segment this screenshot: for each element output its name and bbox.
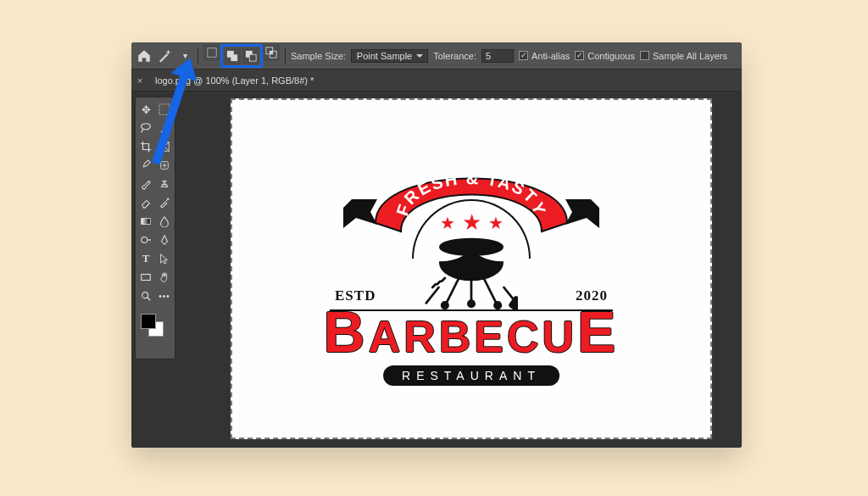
svg-point-17 [440, 239, 502, 254]
tutorial-highlight [220, 44, 263, 68]
tolerance-label: Tolerance: [433, 51, 476, 61]
brush-tool-icon[interactable] [138, 176, 153, 192]
svg-rect-21 [509, 297, 518, 309]
canvas-area: FRESH & TASTY ★★★ [175, 92, 742, 448]
svg-point-15 [142, 293, 148, 298]
contiguous-checkbox[interactable]: Contiguous [575, 51, 635, 61]
magic-wand-tool-icon[interactable] [157, 120, 172, 136]
restaurant-pill: RESTAURANT [383, 365, 559, 386]
checkbox-icon [519, 51, 528, 60]
svg-rect-7 [270, 51, 273, 54]
selection-new-icon[interactable] [203, 44, 220, 61]
close-tab-icon[interactable]: × [131, 75, 148, 86]
svg-point-11 [167, 198, 169, 199]
anti-alias-label: Anti-alias [531, 51, 570, 61]
pen-tool-icon[interactable] [157, 232, 172, 248]
sample-size-dropdown[interactable]: Point Sample [351, 49, 428, 63]
healing-brush-tool-icon[interactable] [157, 158, 172, 173]
grill-icon [425, 231, 518, 309]
selection-mode-group [203, 44, 280, 68]
workspace: ✥ [131, 92, 742, 448]
anti-alias-checkbox[interactable]: Anti-alias [519, 51, 570, 61]
gradient-tool-icon[interactable] [138, 214, 153, 229]
dodge-tool-icon[interactable] [138, 232, 153, 248]
checkbox-icon [575, 51, 584, 60]
lasso-tool-icon[interactable] [138, 120, 153, 136]
logo-artwork: FRESH & TASTY ★★★ [314, 142, 628, 396]
main-logo-text: BARBECUE [324, 311, 620, 362]
selection-subtract-icon[interactable] [242, 47, 259, 64]
color-swatches[interactable] [138, 312, 172, 339]
crop-tool-icon[interactable] [138, 139, 153, 154]
clone-stamp-tool-icon[interactable] [157, 176, 172, 192]
zoom-tool-icon[interactable] [138, 288, 153, 304]
move-tool-icon[interactable]: ✥ [138, 102, 153, 117]
home-icon[interactable] [136, 48, 152, 64]
svg-rect-0 [208, 47, 217, 57]
tolerance-input[interactable]: 5 [481, 49, 514, 63]
chevron-down-icon[interactable]: ▾ [177, 48, 192, 64]
edit-toolbar-icon[interactable]: ••• [157, 288, 172, 304]
checkbox-icon [640, 51, 649, 60]
frame-tool-icon[interactable] [157, 139, 172, 154]
svg-point-19 [494, 302, 500, 308]
selection-add-icon[interactable] [224, 47, 241, 64]
ribbon-tail-right [565, 199, 599, 228]
svg-rect-14 [142, 275, 151, 281]
svg-rect-4 [249, 54, 256, 61]
eyedropper-tool-icon[interactable] [138, 158, 153, 173]
svg-point-13 [142, 237, 147, 243]
hand-tool-icon[interactable] [157, 270, 172, 285]
path-selection-tool-icon[interactable] [157, 251, 172, 266]
sample-all-label: Sample All Layers [653, 51, 727, 61]
eraser-tool-icon[interactable] [138, 195, 153, 210]
document-tab[interactable]: logo.png @ 100% (Layer 1, RGB/8#) * [148, 75, 320, 86]
tools-panel: ✥ [135, 97, 175, 359]
svg-rect-12 [142, 219, 151, 225]
rectangle-tool-icon[interactable] [138, 270, 153, 285]
magic-wand-tool-icon[interactable] [157, 48, 172, 64]
foreground-color-swatch[interactable] [141, 314, 156, 329]
history-brush-tool-icon[interactable] [157, 195, 172, 210]
contiguous-label: Contiguous [587, 51, 635, 61]
type-tool-icon[interactable]: T [138, 251, 153, 266]
svg-point-20 [468, 301, 474, 307]
svg-point-18 [442, 302, 448, 308]
sample-all-layers-checkbox[interactable]: Sample All Layers [640, 51, 727, 61]
options-bar: ▾ [131, 42, 742, 70]
ribbon-tail-left [343, 199, 377, 228]
svg-rect-8 [159, 104, 170, 114]
selection-intersect-icon[interactable] [263, 44, 280, 61]
document-canvas[interactable]: FRESH & TASTY ★★★ [231, 98, 712, 439]
blur-tool-icon[interactable] [157, 214, 172, 229]
document-tab-bar: × logo.png @ 100% (Layer 1, RGB/8#) * [131, 70, 742, 92]
photoshop-window: ▾ [131, 42, 742, 448]
sample-size-label: Sample Size: [291, 51, 346, 61]
svg-rect-2 [231, 54, 237, 61]
marquee-tool-icon[interactable] [157, 102, 172, 117]
